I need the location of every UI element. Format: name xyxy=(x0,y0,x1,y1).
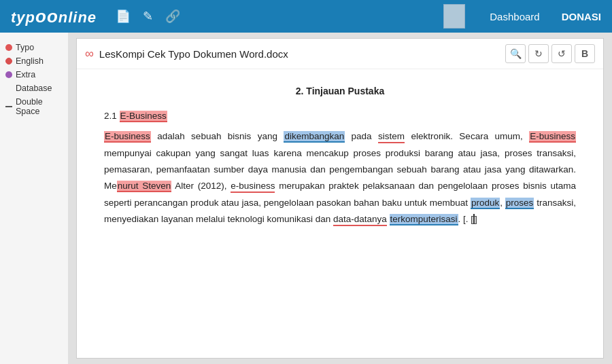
link-icon[interactable]: 🔗 xyxy=(165,9,180,24)
donasi-button[interactable]: DONASI xyxy=(562,11,601,22)
database-label: Database xyxy=(16,84,52,93)
sidebar-item-extra[interactable]: Extra xyxy=(5,68,63,81)
section-title: 2. Tinjauan Pustaka xyxy=(104,83,576,100)
doc-title: LesKompi Cek Typo Dokumen Word.docx xyxy=(99,48,505,60)
sidebar-item-double-space[interactable]: Double Space xyxy=(5,95,63,118)
pencil-icon[interactable]: ✎ xyxy=(143,9,153,24)
subsection-title: 2.1 E-Business xyxy=(104,108,576,124)
double-space-dash xyxy=(5,106,12,107)
ebusiness-highlight-2: E-business xyxy=(529,131,576,143)
bold-button[interactable]: B xyxy=(575,44,595,63)
ebusiness-highlight-title: E-Business xyxy=(120,111,167,122)
sidebar-item-database[interactable]: Database xyxy=(5,81,63,95)
navbar: typoonline 📄 ✎ 🔗 Dashboard DONASI xyxy=(0,0,612,33)
sidebar: Typo English Extra Database Double Space xyxy=(0,33,68,364)
dikembangkan-highlight: dikembangkan xyxy=(284,131,345,143)
sistem-underline: sistem xyxy=(378,131,405,143)
undo-button[interactable]: ↻ xyxy=(528,44,549,63)
ebusiness-highlight-1: E-business xyxy=(104,131,151,143)
redo-button[interactable]: ↺ xyxy=(551,44,572,63)
proses-highlight: proses xyxy=(505,198,534,209)
paragraph-1: E-business adalah sebuah bisnis yang dik… xyxy=(104,128,576,228)
doc-toolbar: 🔍 ↻ ↺ B xyxy=(505,44,595,63)
english-dot xyxy=(5,58,12,65)
menurut-highlight: nurut Steven xyxy=(117,181,172,192)
main-layout: Typo English Extra Database Double Space… xyxy=(0,33,612,364)
english-label: English xyxy=(16,56,44,66)
document-panel: ∞ LesKompi Cek Typo Dokumen Word.docx 🔍 … xyxy=(76,38,604,359)
produk-highlight: produk xyxy=(471,198,500,209)
terkomputerisasi-highlight: terkomputerisasi xyxy=(390,214,458,225)
sidebar-item-english[interactable]: English xyxy=(5,54,63,68)
nav-icons: 📄 ✎ 🔗 xyxy=(116,9,180,24)
document-icon[interactable]: 📄 xyxy=(116,9,131,24)
extra-label: Extra xyxy=(16,70,35,79)
text-cursor xyxy=(473,214,475,224)
doc-file-icon: ∞ xyxy=(85,47,94,61)
doc-body[interactable]: 2. Tinjauan Pustaka 2.1 E-Business E-bus… xyxy=(77,69,603,247)
extra-dot xyxy=(5,71,12,78)
data-datanya-underline: data-datanya xyxy=(333,214,387,226)
content-area: ∞ LesKompi Cek Typo Dokumen Word.docx 🔍 … xyxy=(68,33,612,364)
typo-dot xyxy=(5,44,12,51)
double-space-label: Double Space xyxy=(16,97,63,116)
doc-header: ∞ LesKompi Cek Typo Dokumen Word.docx 🔍 … xyxy=(77,39,603,69)
sidebar-item-typo[interactable]: Typo xyxy=(5,41,63,54)
ebusiness-underline: e-business xyxy=(231,181,275,193)
avatar[interactable] xyxy=(443,4,465,29)
typo-label: Typo xyxy=(16,43,34,52)
dashboard-link[interactable]: Dashboard xyxy=(490,11,539,22)
search-button[interactable]: 🔍 xyxy=(505,44,526,63)
logo[interactable]: typoonline xyxy=(11,6,97,27)
